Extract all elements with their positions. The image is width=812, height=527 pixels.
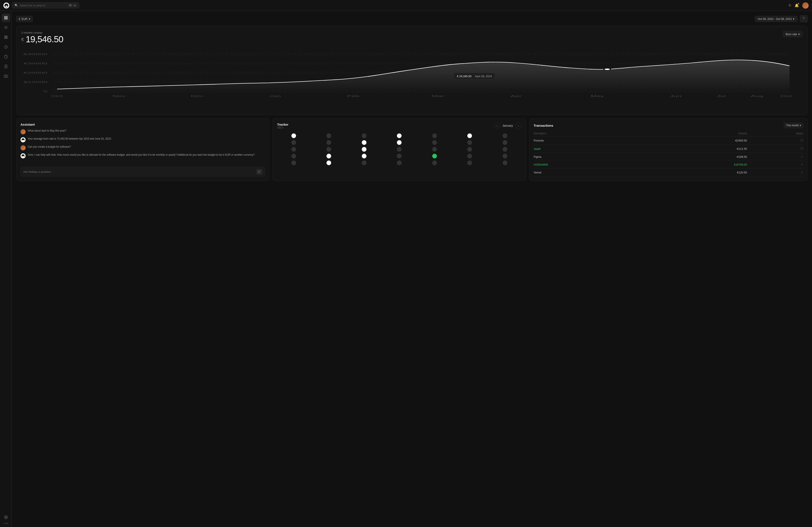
table-row: H23504959 €16799.00 ✓ xyxy=(534,161,803,169)
balance-amount: 19,546.50 xyxy=(26,34,63,44)
logo-icon xyxy=(4,4,8,8)
svg-text:Apr: Apr xyxy=(510,95,522,97)
bell-icon[interactable]: 🔔 xyxy=(795,3,799,8)
sidebar-bottom: Acme xyxy=(2,513,10,525)
tracker-dot[interactable] xyxy=(503,147,507,152)
tracker-dot[interactable] xyxy=(397,161,402,165)
user-avatar-2 xyxy=(20,145,26,150)
currency-chevron: ▾ xyxy=(29,17,30,20)
tracker-dot[interactable] xyxy=(432,133,437,138)
tracker-dot[interactable] xyxy=(291,154,296,158)
date-range-selector[interactable]: Oct 08, 2022 - Oct 08, 2023 ▾ xyxy=(755,16,798,22)
balance-currency-symbol: € xyxy=(21,37,24,42)
tracker-dot[interactable] xyxy=(362,133,366,138)
chat-message-4: Sure, I can help with that. How much wou… xyxy=(20,153,265,158)
tracker-header: Tracker 165 h ‹ January › xyxy=(277,123,521,129)
svg-text:Oct: Oct xyxy=(52,95,63,97)
tracker-dot[interactable] xyxy=(327,133,331,138)
tracker-prev-button[interactable]: ‹ xyxy=(494,123,500,129)
transactions-header: Transactions This month ▾ xyxy=(534,123,803,128)
svg-text:Mar: Mar xyxy=(432,95,444,97)
chat-input[interactable] xyxy=(23,170,255,173)
tracker-dot[interactable] xyxy=(503,161,507,165)
tracker-next-button[interactable]: › xyxy=(516,123,521,129)
currency-selector[interactable]: € EUR ▾ xyxy=(16,16,33,22)
chat-input-row[interactable]: ↵ xyxy=(20,167,265,176)
tracker-dot[interactable] xyxy=(432,147,437,152)
tracker-dot[interactable] xyxy=(432,154,437,158)
tracker-dot[interactable] xyxy=(397,147,402,152)
svg-text:Jul: Jul xyxy=(716,95,726,97)
refresh-icon[interactable]: ↻ xyxy=(788,3,791,8)
burn-rate-button[interactable]: Burn rate ▾ xyxy=(783,31,802,37)
tracker-dot[interactable] xyxy=(362,161,366,165)
tracker-dot[interactable] xyxy=(291,161,296,165)
chart-card: 2 months runway € 19,546.50 Burn rate ▾ xyxy=(16,26,808,115)
tracker-dot[interactable] xyxy=(327,140,331,145)
svg-rect-3 xyxy=(4,18,5,19)
sidebar-item-grid[interactable] xyxy=(2,33,10,42)
search-bar[interactable]: 🔍 Search for or jump to ⌘ K xyxy=(12,2,79,9)
this-month-button[interactable]: This month ▾ xyxy=(784,123,803,128)
tracker-dot[interactable] xyxy=(397,133,402,138)
sidebar-item-timer[interactable] xyxy=(2,43,10,51)
currency-symbol: € xyxy=(19,17,20,20)
tracker-dot[interactable] xyxy=(467,140,472,145)
svg-rect-1 xyxy=(6,16,7,17)
sidebar-item-settings[interactable] xyxy=(2,513,10,522)
table-header-row: Description Amount Status xyxy=(534,131,803,136)
tracker-dot[interactable] xyxy=(432,161,437,165)
tracker-dot[interactable] xyxy=(503,133,507,138)
sidebar-item-camera[interactable] xyxy=(2,72,10,80)
transactions-title: Transactions xyxy=(534,124,553,127)
sidebar-item-clipboard[interactable] xyxy=(2,62,10,71)
tracker-dot[interactable] xyxy=(291,140,296,145)
col-description: Description xyxy=(534,131,645,136)
tracker-month: January xyxy=(503,124,513,127)
chat-message-3: Can you create a budget for software? xyxy=(20,145,265,150)
tracker-dot[interactable] xyxy=(327,147,331,152)
bot-avatar-2 xyxy=(20,153,26,158)
chart-header: 2 months runway € 19,546.50 Burn rate ▾ xyxy=(21,31,802,49)
chat-message-1: What about April to May this year? xyxy=(20,129,265,134)
tracker-dot[interactable] xyxy=(503,140,507,145)
tracker-dot[interactable] xyxy=(467,161,472,165)
tracker-dot[interactable] xyxy=(291,147,296,152)
sidebar-item-document[interactable] xyxy=(2,53,10,61)
svg-point-15 xyxy=(5,76,6,77)
svg-text:€20000: €20000 xyxy=(24,72,47,74)
table-row: Vercel €120.50 ✓ xyxy=(534,169,803,176)
filter-button[interactable] xyxy=(800,15,808,23)
tracker-dot[interactable] xyxy=(291,133,296,138)
svg-rect-7 xyxy=(4,36,8,36)
tracker-grid xyxy=(277,133,521,165)
tracker-dot[interactable] xyxy=(432,140,437,145)
tracker-dot[interactable] xyxy=(397,154,402,158)
tracker-dot[interactable] xyxy=(467,154,472,158)
tracker-dot[interactable] xyxy=(362,147,366,152)
avatar[interactable] xyxy=(802,2,809,9)
table-row: Figma -€199.50 ✓ xyxy=(534,153,803,161)
chat-text-1: What about April to May this year? xyxy=(28,129,67,133)
svg-text:Feb: Feb xyxy=(347,95,360,97)
chat-send-button[interactable]: ↵ xyxy=(257,169,262,174)
transactions-panel: Transactions This month ▾ Description Am… xyxy=(529,118,808,181)
tracker-dot[interactable] xyxy=(397,140,402,145)
toolbar: € EUR ▾ Oct 08, 2022 - Oct 08, 2023 ▾ xyxy=(16,15,808,23)
sidebar-item-list[interactable] xyxy=(2,23,10,32)
tracker-dot[interactable] xyxy=(467,147,472,152)
tracker-dot[interactable] xyxy=(327,161,331,165)
tracker-dot[interactable] xyxy=(327,154,331,158)
tracker-dot[interactable] xyxy=(362,154,366,158)
this-month-label: This month xyxy=(786,124,799,127)
logo[interactable] xyxy=(3,2,9,9)
sidebar-item-charts[interactable] xyxy=(2,14,10,22)
assistant-panel: Assistant What about April to May this y… xyxy=(16,118,269,181)
tracker-dot[interactable] xyxy=(467,133,472,138)
tx-amount: -€199.50 xyxy=(645,153,747,161)
tx-status: ✓ xyxy=(747,153,803,161)
tracker-dot[interactable] xyxy=(362,140,366,145)
tracker-title: Tracker xyxy=(277,123,288,126)
chat-text-4: Sure, I can help with that. How much wou… xyxy=(28,153,255,157)
tracker-dot[interactable] xyxy=(503,154,507,158)
